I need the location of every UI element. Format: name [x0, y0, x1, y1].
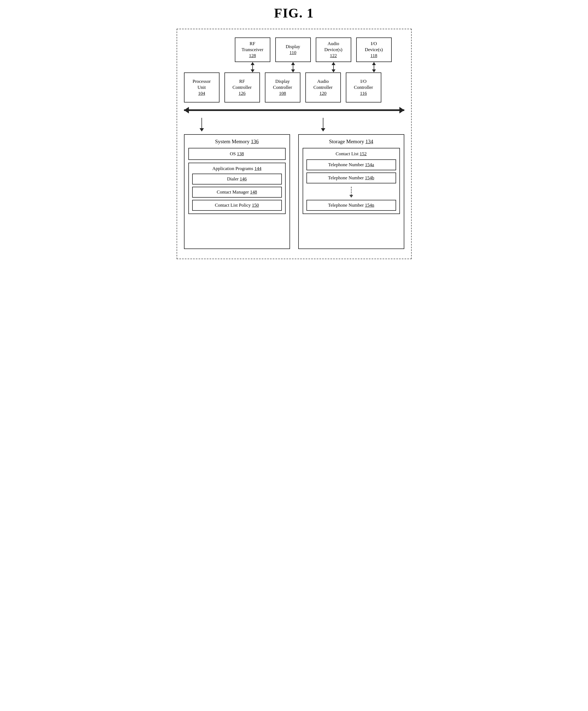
contact-list-box: Contact List 152 Telephone Number 154a T…: [303, 148, 400, 214]
os-box: OS 138: [188, 148, 286, 160]
dashed-line: [351, 187, 351, 195]
proc-to-sysmem-connector: [184, 118, 219, 131]
contact-list-title: Contact List 152: [306, 151, 396, 157]
contact-list-number: 152: [360, 151, 367, 156]
io-devices-label: I/ODevice(s): [365, 41, 383, 53]
io-col-spacer: [346, 118, 382, 131]
storage-memory-label: Storage Memory: [329, 138, 366, 144]
rf-controller-number: 126: [239, 90, 246, 96]
audio-controller-label: AudioController: [313, 79, 333, 90]
contact-manager-label: Contact Manager: [217, 190, 249, 195]
contact-list-label: Contact List: [336, 151, 358, 156]
contact-manager-box: Contact Manager 148: [192, 187, 282, 198]
rf-transceiver-box: RFTransceiver 128: [235, 38, 270, 62]
dialer-label: Dialer: [227, 176, 238, 181]
io-vert-arrow: [356, 62, 392, 72]
app-programs-text: Application Programs: [212, 166, 254, 171]
app-programs-box: Application Programs 144 Dialer 146 Cont…: [188, 163, 286, 214]
display-controller-number: 108: [279, 90, 286, 96]
display-number: 110: [289, 50, 296, 56]
display-controller-box: DisplayController 108: [265, 72, 300, 103]
top-devices-row: RFTransceiver 128 Display 110 AudioDevic…: [222, 38, 404, 62]
middle-row: ProcessorUnit 104 RFController 126 Displ…: [184, 72, 404, 103]
io-devices-number: 118: [370, 53, 377, 59]
audio-controller-number: 120: [320, 90, 327, 96]
display-vert-arrow: [275, 62, 311, 72]
audio-vert-arrow: [316, 62, 351, 72]
contact-list-policy-label: Contact List Policy: [215, 202, 251, 208]
audio-devices-label: AudioDevice(s): [324, 41, 342, 53]
system-memory-title: System Memory 136: [188, 138, 286, 145]
bus-line: [184, 109, 404, 111]
fig-title: FIG. 1: [177, 5, 412, 21]
bottom-section: System Memory 136 OS 138 Application Pro…: [184, 134, 404, 249]
audio-to-storemem-connector: [305, 118, 341, 131]
dialer-box: Dialer 146: [192, 174, 282, 185]
system-memory-number: 136: [251, 138, 259, 144]
storage-memory-box: Storage Memory 134 Contact List 152 Tele…: [298, 134, 404, 249]
app-programs-label: Application Programs 144: [192, 166, 282, 171]
display-controller-label: DisplayController: [273, 79, 292, 90]
telephone-154a-label: Telephone Number: [328, 162, 364, 167]
telephone-154n-number: 154n: [365, 202, 374, 208]
io-devices-box: I/ODevice(s) 118: [356, 38, 392, 62]
page: FIG. 1 RFTransceiver 128 Display 110 Aud…: [177, 5, 412, 259]
dashed-arrow: [306, 186, 396, 199]
os-number: 138: [237, 151, 244, 156]
bus-arrow-left: [184, 107, 189, 113]
outer-box: RFTransceiver 128 Display 110 AudioDevic…: [177, 29, 412, 259]
io-controller-label: I/OController: [354, 79, 373, 90]
telephone-154a-box: Telephone Number 154a: [306, 159, 396, 170]
telephone-154n-box: Telephone Number 154n: [306, 200, 396, 211]
rf-transceiver-label: RFTransceiver: [242, 41, 263, 53]
system-memory-box: System Memory 136 OS 138 Application Pro…: [184, 134, 290, 249]
processor-unit-label: ProcessorUnit: [193, 79, 211, 90]
contact-manager-number: 148: [250, 190, 257, 195]
dashed-arrow-head: [349, 195, 353, 198]
app-programs-number: 144: [255, 166, 262, 171]
audio-devices-number: 122: [330, 53, 337, 59]
rf-controller-box: RFController 126: [224, 72, 260, 103]
contact-list-policy-number: 150: [252, 202, 259, 208]
audio-controller-box: AudioController 120: [305, 72, 341, 103]
contact-list-policy-box: Contact List Policy 150: [192, 200, 282, 211]
bus-to-memory-connectors: [184, 118, 404, 131]
display-col-spacer: [265, 118, 300, 131]
io-controller-number: 116: [360, 90, 367, 96]
telephone-154a-number: 154a: [365, 162, 374, 167]
rf-controller-label: RFController: [233, 79, 252, 90]
rf-vert-arrow: [235, 62, 270, 72]
telephone-154b-number: 154b: [365, 175, 374, 180]
telephone-154b-box: Telephone Number 154b: [306, 172, 396, 184]
processor-unit-box: ProcessorUnit 104: [184, 72, 219, 103]
display-label: Display: [286, 44, 300, 50]
audio-devices-box: AudioDevice(s) 122: [316, 38, 351, 62]
rf-transceiver-number: 128: [249, 53, 256, 59]
dialer-number: 146: [240, 176, 247, 181]
storage-memory-number: 134: [366, 138, 373, 144]
system-memory-label: System Memory: [215, 138, 251, 144]
bus-row: [184, 105, 404, 116]
storage-memory-title: Storage Memory 134: [303, 138, 400, 145]
telephone-154n-label: Telephone Number: [328, 202, 364, 208]
display-box: Display 110: [275, 38, 311, 62]
vert-arrows-top: [222, 62, 404, 72]
bus-arrow-right: [399, 107, 404, 113]
rf-col-spacer: [224, 118, 260, 131]
os-label: OS: [230, 151, 236, 156]
processor-unit-number: 104: [198, 90, 205, 96]
telephone-154b-label: Telephone Number: [328, 175, 364, 180]
io-controller-box: I/OController 116: [346, 72, 382, 103]
